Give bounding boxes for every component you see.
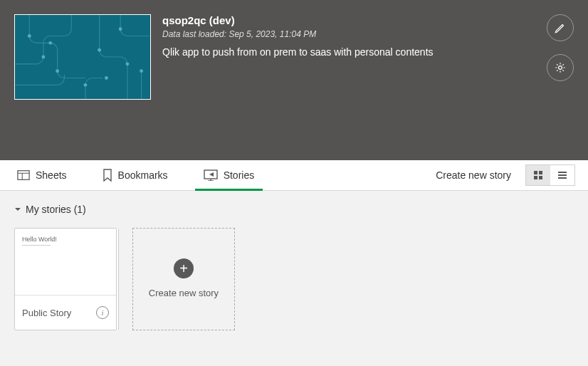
tab-sheets-label: Sheets xyxy=(36,169,67,181)
svg-point-6 xyxy=(125,62,129,66)
section-my-stories-toggle[interactable]: My stories (1) xyxy=(14,204,574,215)
header-actions xyxy=(547,14,574,81)
app-header: qsop2qc (dev) Data last loaded: Sep 5, 2… xyxy=(0,0,588,160)
svg-point-10 xyxy=(105,76,108,80)
story-cards: Hello World! Public Story i + Create new… xyxy=(14,228,574,330)
svg-rect-14 xyxy=(534,171,537,174)
stories-icon xyxy=(204,169,218,181)
tab-stories-label: Stories xyxy=(224,169,255,181)
svg-rect-18 xyxy=(558,172,567,173)
story-preview: Hello World! xyxy=(15,229,116,296)
create-new-story-label: Create new story xyxy=(149,287,219,300)
content-area: My stories (1) Hello World! Public Story… xyxy=(0,191,588,343)
info-icon[interactable]: i xyxy=(96,306,109,319)
create-new-story-card[interactable]: + Create new story xyxy=(132,228,235,330)
svg-rect-17 xyxy=(539,176,542,179)
svg-point-7 xyxy=(83,83,87,87)
plus-icon: + xyxy=(174,258,194,278)
app-description: Qlik app to push from on prem to saas wi… xyxy=(162,46,574,58)
svg-point-11 xyxy=(559,66,562,70)
grid-icon xyxy=(533,170,543,180)
tabbar-right: Create new story xyxy=(427,160,575,190)
svg-point-9 xyxy=(140,69,143,73)
svg-rect-20 xyxy=(558,177,567,179)
tab-bookmarks[interactable]: Bookmarks xyxy=(98,160,172,190)
chevron-down-icon xyxy=(14,206,21,213)
svg-point-3 xyxy=(56,69,59,73)
grid-view-button[interactable] xyxy=(526,165,550,185)
app-info: qsop2qc (dev) Data last loaded: Sep 5, 2… xyxy=(162,14,574,146)
app-thumbnail xyxy=(14,14,151,100)
section-title: My stories (1) xyxy=(26,204,86,215)
list-icon xyxy=(557,170,567,180)
tab-bar: Sheets Bookmarks Stories Create new stor… xyxy=(0,160,588,191)
app-last-loaded: Data last loaded: Sep 5, 2023, 11:04 PM xyxy=(162,29,574,39)
story-title: Public Story xyxy=(22,308,71,318)
tab-stories[interactable]: Stories xyxy=(199,160,259,190)
create-new-story-link[interactable]: Create new story xyxy=(427,169,520,181)
svg-rect-15 xyxy=(539,171,542,174)
svg-rect-12 xyxy=(18,171,29,180)
sheets-icon xyxy=(17,169,30,181)
pencil-icon xyxy=(554,21,567,34)
tab-sheets[interactable]: Sheets xyxy=(13,160,71,190)
svg-point-2 xyxy=(48,41,52,45)
settings-button[interactable] xyxy=(547,54,574,81)
gear-icon xyxy=(554,61,567,74)
svg-point-5 xyxy=(119,27,122,31)
tab-bookmarks-label: Bookmarks xyxy=(118,169,168,181)
edit-button[interactable] xyxy=(547,14,574,41)
svg-rect-19 xyxy=(558,174,567,176)
svg-point-1 xyxy=(28,34,31,38)
bookmark-icon xyxy=(103,169,112,182)
view-toggle xyxy=(525,164,575,186)
story-card[interactable]: Hello World! Public Story i xyxy=(14,228,117,330)
svg-point-8 xyxy=(41,56,45,59)
svg-rect-16 xyxy=(534,176,537,179)
svg-point-4 xyxy=(98,48,101,52)
app-title: qsop2qc (dev) xyxy=(162,14,574,26)
list-view-button[interactable] xyxy=(550,165,574,185)
story-footer: Public Story i xyxy=(15,296,116,330)
svg-rect-0 xyxy=(16,15,150,99)
